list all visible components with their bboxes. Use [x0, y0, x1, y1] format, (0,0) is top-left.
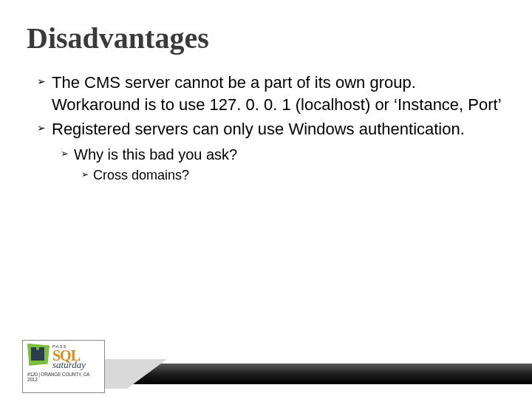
footer: PASS SQL saturday #120 | ORANGE COUNTY, … [0, 332, 532, 399]
bullet-level-1: The CMS server cannot be a part of its o… [37, 72, 505, 115]
sql-saturday-logo: PASS SQL saturday #120 | ORANGE COUNTY, … [22, 340, 105, 393]
bullet-list: The CMS server cannot be a part of its o… [27, 72, 505, 184]
decorative-bar [96, 364, 532, 384]
puzzle-icon [27, 344, 50, 366]
logo-saturday-text: saturday [52, 361, 86, 369]
slide: Disadvantages The CMS server cannot be a… [0, 0, 532, 184]
bullet-level-3: Cross domains? [81, 167, 505, 184]
bullet-level-1: Registered servers can only use Windows … [37, 118, 505, 140]
bullet-level-2: Why is this bad you ask? [61, 145, 505, 164]
slide-title: Disadvantages [27, 21, 505, 55]
logo-tagline: #120 | ORANGE COUNTY, CA 2012 [27, 372, 100, 382]
